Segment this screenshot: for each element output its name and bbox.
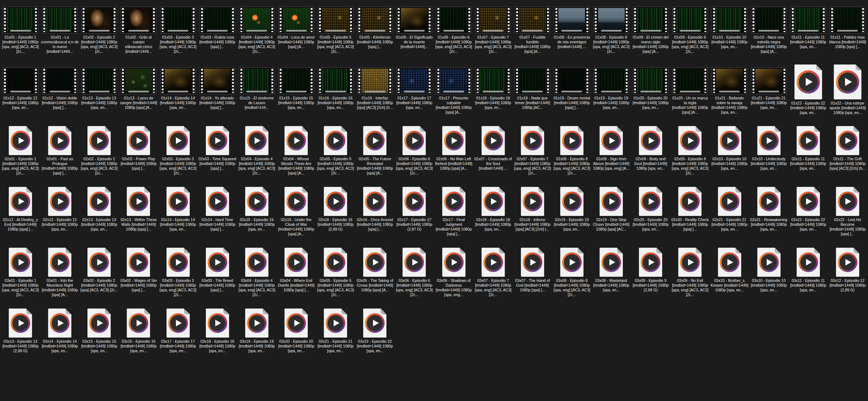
file-item[interactable]: 03x07 - The Hand of God [tmdbid=1449] 10… xyxy=(513,245,552,306)
file-item[interactable]: 02x05 - The Future Revealed [tmdbid=1449… xyxy=(355,124,394,185)
file-item[interactable]: 01x22 - Una estirpe aparte [tmdbid=1449]… xyxy=(828,63,867,124)
file-item[interactable]: 03x12 - Episodio 12 [tmdbid=1449] 1080p … xyxy=(828,245,867,306)
file-item[interactable]: 01x15 - Episodio 15 [tmdbid=1449] 1080p … xyxy=(276,63,316,124)
file-item[interactable]: 02x11 - The Grift [tmdbid=1449] 1080p [s… xyxy=(828,124,867,185)
file-item[interactable]: 01x03 - Episodio 3 [tmdbid=1449] 1080p [… xyxy=(158,2,198,63)
file-item[interactable]: 02x10 - Understudy [tmdbid=1449] 1080p [… xyxy=(749,124,789,185)
file-item[interactable]: 01x16 - Episodio 16 [tmdbid=1449] 1080p … xyxy=(316,63,355,124)
file-item[interactable]: 01x06 - El Significado de la muerte [tmd… xyxy=(394,2,434,63)
file-item[interactable]: 03x21 - Episodio 21 [tmdbid=1449] 1080p … xyxy=(316,306,355,367)
file-item[interactable]: 02x21 - Reawakening [tmdbid=1449] 1080p … xyxy=(749,185,789,245)
file-item[interactable]: 01x13 - Episodio 13 [tmdbid=1449] 1080p … xyxy=(79,63,119,124)
file-item[interactable]: 02x09 - Episodio 9 [tmdbid=1449] 1080p [… xyxy=(670,124,710,185)
file-item[interactable]: 01x13 - Lazos de sangre [tmdbid=1449] 10… xyxy=(119,63,158,124)
file-item[interactable]: 03x08 - Wasteland [tmdbid=1449] 1080p [s… xyxy=(592,245,631,306)
file-item[interactable]: 02x08 - Sign from Above [tmdbid=1449] 10… xyxy=(592,124,631,185)
file-item[interactable]: 03x03 - Episodio 3 [tmdbid=1449] 1080p [… xyxy=(158,245,198,306)
file-item[interactable]: 02x08 - Episodio 8 [tmdbid=1449] 1080p [… xyxy=(552,124,592,185)
file-item[interactable]: 01x18 - Episodio 18 [tmdbid=1449] 1080p … xyxy=(474,63,513,124)
file-item[interactable]: 02x15 - Episodio 15 [tmdbid=1449] 1080p … xyxy=(237,185,276,245)
file-item[interactable]: 02x04 - Episodio 4 [tmdbid=1449] 1080p [… xyxy=(237,124,276,185)
file-item[interactable]: 03x10 - Episodio 10 [tmdbid=1449] 1080p … xyxy=(749,245,789,306)
file-item[interactable]: 03x07 - Episodio 7 [tmdbid=1449] 1080p [… xyxy=(474,245,513,306)
file-item[interactable]: 03x04 - Episodio 4 [tmdbid=1449] 1080p [… xyxy=(237,245,276,306)
file-item[interactable]: 01x18 - Nada que temer [tmdbid=1449] 108… xyxy=(513,63,552,124)
file-item[interactable]: 01x05 - Episodio 5 [tmdbid=1449] 1080p [… xyxy=(316,2,355,63)
file-item[interactable]: 01x21 - Episodio 21 [tmdbid=1449] 1080p … xyxy=(749,63,789,124)
file-item[interactable]: 02x22 - Episodio 22 [tmdbid=1449] 1080p … xyxy=(789,185,828,245)
file-item[interactable]: 02x07 - Crossroads of the Soul [tmdbid=1… xyxy=(474,124,513,185)
file-item[interactable]: 01x15 - El sindrome de Lazaro [tmdbid=14… xyxy=(237,63,276,124)
file-item[interactable]: 02x22 - Lest He Become [tmdbid=1449] 108… xyxy=(828,185,867,245)
file-item[interactable]: 01x11 - Palidez mas blanca [tmdbid=1449]… xyxy=(828,2,867,63)
file-item[interactable]: 01x12 - Episodio 12 [tmdbid=1449] 1080p … xyxy=(1,63,40,124)
file-item[interactable]: 03x19 - Episodio 19 [tmdbid=1449] 1080p … xyxy=(237,306,276,367)
file-item[interactable]: 01x17 - Presunto culpable [tmdbid=1449] … xyxy=(434,63,473,124)
file-item[interactable]: 01x11 - Episodio 11 [tmdbid=1449] 1080p … xyxy=(789,2,828,63)
file-item[interactable]: 01x05 - KiloHerzio [tmdbid=1449] 1080p [… xyxy=(355,2,394,63)
file-item[interactable]: 03x05 - The Taking of Crows [tmdbid=1449… xyxy=(355,245,394,306)
file-item[interactable]: 01x10 - Episodio 10 [tmdbid=1449] 1080p … xyxy=(710,2,749,63)
file-item[interactable]: 02x12 - At Destiny_s End [tmdbid=1449] 1… xyxy=(1,185,40,245)
file-item[interactable]: 03x18 - Episodio 18 [tmdbid=1449] 1080p … xyxy=(198,306,237,367)
file-item[interactable]: 02x18 - Inferno [tmdbid=1449] 1080p [spa… xyxy=(513,185,552,245)
file-item[interactable]: 02x14 - Hard Time [tmdbid=1449] 1080p [s… xyxy=(198,185,237,245)
file-item[interactable]: 01x02 - Grito al cuerpo el&eacute;ctrico… xyxy=(119,2,158,63)
file-item[interactable]: 03x17 - Episodio 17 [tmdbid=1449] 1080p … xyxy=(158,306,198,367)
file-item[interactable]: 02x02 - Episodio 2 [tmdbid=1449] 1080p [… xyxy=(79,124,119,185)
file-item[interactable]: 02x06 - Episodio 6 [tmdbid=1449] 1080p [… xyxy=(394,124,434,185)
file-item[interactable]: 02x01 - Past as Prologue [tmdbid=1449] 1… xyxy=(40,124,79,185)
file-item[interactable]: 02x17 - Episodio 17 [tmdbid=1449] 1080p … xyxy=(394,185,434,245)
file-item[interactable]: 02x15 - Under the Cloak of War [tmdbid=1… xyxy=(276,185,316,245)
file-item[interactable]: 01x01 - La conmoci&oacut e;n de lo nuevo… xyxy=(40,2,79,63)
file-item[interactable]: 03x09 - Episodio 9 [tmdbid=1449] 1080p (… xyxy=(631,245,670,306)
file-item[interactable]: 01x07 - Episodio 7 [tmdbid=1449] 1080p [… xyxy=(474,2,513,63)
file-item[interactable]: 01x06 - Episodio 6 [tmdbid=1449] 1080p [… xyxy=(434,2,473,63)
file-item[interactable]: 02x16 - Episodio 16 [tmdbid=1449] 1080p … xyxy=(316,185,355,245)
file-item[interactable]: 03x14 - Episodio 14 [tmdbid=1449] 1080p … xyxy=(40,306,79,367)
file-item[interactable]: 02x20 - Reality Check [tmdbid=1449] 1080… xyxy=(670,185,710,245)
file-item[interactable]: 03x05 - Episodio 5 [tmdbid=1449] 1080p [… xyxy=(316,245,355,306)
file-item[interactable]: 03x02 - Episodio 2 [tmdbid=1449] 1080p [… xyxy=(79,245,119,306)
file-item[interactable]: 02x12 - Episodio 12 [tmdbid=1449] 1080p … xyxy=(40,185,79,245)
file-item[interactable]: 01x21 - Bailando sobre la navaja [tmdbid… xyxy=(710,63,749,124)
file-item[interactable]: 02x16 - Once Around [tmdbid=1449] 1080p … xyxy=(355,185,394,245)
file-item[interactable]: 01x16 - Interfaz [tmdbid=1449] 1080p [sp… xyxy=(355,63,394,124)
file-item[interactable]: 02x20 - Episodio 20 [tmdbid=1449] 1080p … xyxy=(631,185,670,245)
file-item[interactable]: 03x06 - Episodio 6 [tmdbid=1449] 1080p [… xyxy=(394,245,434,306)
file-item[interactable]: 01x20 - Un ex marca la regla [tmdbid=144… xyxy=(670,63,710,124)
file-item[interactable]: 01x22 - Episodio 22 [tmdbid=1449] 1080p … xyxy=(789,63,828,124)
file-item[interactable]: 03x15 - Episodio 15 [tmdbid=1449] 1080p … xyxy=(79,306,119,367)
file-item[interactable]: 03x02 - Wages of Sin [tmdbid=1449] 1080p… xyxy=(119,245,158,306)
file-item[interactable]: 03x03 - The Breed [tmdbid=1449] 1080p [s… xyxy=(198,245,237,306)
file-item[interactable]: 02x14 - Episodio 14 [tmdbid=1449] 1080p … xyxy=(158,185,198,245)
file-item[interactable]: 01x01 - Episodio 1 [tmdbid=1449] 1080p [… xyxy=(1,2,40,63)
file-item[interactable]: 03x20 - Episodio 20 [tmdbid=1449] 1080p … xyxy=(276,306,316,367)
file-item[interactable]: 02x17 - Final Judgment [tmdbid=1449] 108… xyxy=(434,185,473,245)
file-item[interactable]: 01x04 - Episodio 4 [tmdbid=1449] 1080p [… xyxy=(237,2,276,63)
file-item[interactable]: 01x04 - Loca de amor [tmdbid=1449] 1080p… xyxy=(276,2,316,63)
file-item[interactable]: 02x09 - Body and Soul [tmdbid=1449] 1080… xyxy=(631,124,670,185)
file-item[interactable]: 01x08 - Episodio 8 [tmdbid=1449] 1080p [… xyxy=(592,2,631,63)
file-item[interactable]: 01x02 - Episodio 2 [tmdbid=1449] 1080p [… xyxy=(79,2,119,63)
file-item[interactable]: 03x16 - Episodio 16 [tmdbid=1449] 1080p … xyxy=(119,306,158,367)
file-item[interactable]: 02x03 - Time Squared [tmdbid=1449] 1080p… xyxy=(198,124,237,185)
file-item[interactable]: 01x07 - Fusible fundido [tmdbid=1449] 10… xyxy=(513,2,552,63)
file-item[interactable]: 03x01 - Episodio 1 [tmdbid=1449] 1080p [… xyxy=(1,245,40,306)
file-item[interactable]: 02x13 - Within These Walls [tmdbid=1449]… xyxy=(119,185,158,245)
file-item[interactable]: 03x11 - Episodio 11 [tmdbid=1449] 1080p … xyxy=(789,245,828,306)
file-item[interactable]: 03x01 - Into the Moonless Night [tmdbid=… xyxy=(40,245,79,306)
file-item[interactable]: 03x09 - No Exit [tmdbid=1449] 1080p [spa… xyxy=(670,245,710,306)
file-item[interactable]: 01x19 - Episodio 19 [tmdbid=1449] 1080p … xyxy=(592,63,631,124)
file-item[interactable]: 01x09 - El crimen del nuevo siglo [tmdbi… xyxy=(631,2,670,63)
file-item[interactable]: 02x05 - Episodio 5 [tmdbid=1449] 1080p [… xyxy=(316,124,355,185)
file-item[interactable]: 02x19 - Episodio 19 [tmdbid=1449] 1080p … xyxy=(552,185,592,245)
file-item[interactable]: 02x19 - One Step Closer [tmdbid=1449] 10… xyxy=(592,185,631,245)
file-item[interactable]: 03x06 - Shadows of Darkness [tmdbid=1449… xyxy=(434,245,473,306)
file-item[interactable]: 02x07 - Episodio 7 [tmdbid=1449] 1080p [… xyxy=(513,124,552,185)
file-item[interactable]: 01x12 - Vision doble [tmdbid=1449] 1080p… xyxy=(40,63,79,124)
file-item[interactable]: 01x10 - Nace una estrella negra [tmdbid=… xyxy=(749,2,789,63)
file-item[interactable]: 02x10 - Episodio 10 [tmdbid=1449] 1080p … xyxy=(710,124,749,185)
file-item[interactable]: 02x18 - Episodio 18 [tmdbid=1449] 1080p … xyxy=(474,185,513,245)
file-item[interactable]: 01x19 - Deseo mortal [tmdbid=1449] 1080p… xyxy=(552,63,592,124)
